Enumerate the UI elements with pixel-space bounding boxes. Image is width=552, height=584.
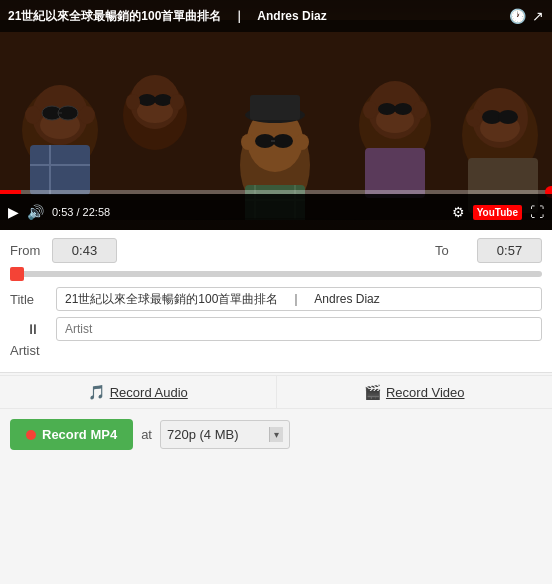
record-mp4-label: Record MP4 bbox=[42, 427, 117, 442]
artist-label-row: Artist bbox=[10, 343, 542, 358]
title-input[interactable] bbox=[56, 287, 542, 311]
record-dot-icon bbox=[26, 430, 36, 440]
settings-button[interactable]: ⚙ bbox=[452, 204, 465, 220]
youtube-badge: YouTube bbox=[473, 205, 522, 220]
svg-point-39 bbox=[363, 101, 377, 119]
svg-point-47 bbox=[466, 109, 482, 127]
record-options-row: 🎵 Record Audio 🎬 Record Video bbox=[0, 375, 552, 409]
artist-row: ⏸ bbox=[10, 317, 542, 341]
video-title-bar: 21世紀以來全球最暢銷的100首單曲排名 ｜ Andres Diaz 🕐 ↗ bbox=[0, 0, 552, 32]
bottom-row: Record MP4 at 720p (4 MB) ▾ bbox=[0, 411, 552, 458]
svg-rect-10 bbox=[30, 145, 90, 195]
current-time: 0:53 bbox=[52, 206, 73, 218]
quality-label: 720p (4 MB) bbox=[167, 427, 239, 442]
svg-point-46 bbox=[498, 110, 518, 124]
from-to-row: From To bbox=[10, 238, 542, 263]
fullscreen-button[interactable]: ⛶ bbox=[530, 204, 544, 220]
slider-row[interactable] bbox=[10, 271, 542, 277]
svg-point-25 bbox=[273, 134, 293, 148]
svg-point-17 bbox=[154, 94, 172, 106]
svg-point-27 bbox=[241, 134, 255, 150]
svg-point-19 bbox=[170, 94, 184, 110]
svg-rect-23 bbox=[250, 95, 300, 120]
artist-input[interactable] bbox=[56, 317, 542, 341]
quality-dropdown[interactable]: 720p (4 MB) ▾ bbox=[160, 420, 290, 449]
pause-icon: ⏸ bbox=[26, 321, 40, 337]
controls-panel: From To Title ⏸ Artist bbox=[0, 230, 552, 373]
video-player: 21世紀以來全球最暢銷的100首單曲排名 ｜ Andres Diaz 🕐 ↗ ▶… bbox=[0, 0, 552, 230]
record-video-label: Record Video bbox=[386, 385, 465, 400]
dropdown-arrow-icon: ▾ bbox=[269, 427, 283, 442]
svg-point-16 bbox=[138, 94, 156, 106]
svg-point-18 bbox=[126, 94, 140, 110]
artist-label: Artist bbox=[10, 343, 56, 358]
svg-point-40 bbox=[413, 101, 427, 119]
svg-point-38 bbox=[394, 103, 412, 115]
volume-button[interactable]: 🔊 bbox=[27, 204, 44, 220]
time-display: 0:53 / 22:58 bbox=[52, 206, 110, 218]
to-input[interactable] bbox=[477, 238, 542, 263]
at-text: at bbox=[141, 427, 152, 442]
slider-track[interactable] bbox=[10, 271, 542, 277]
title-row: Title bbox=[10, 287, 542, 311]
svg-point-37 bbox=[378, 103, 396, 115]
slider-handle[interactable] bbox=[10, 267, 24, 281]
music-note-icon: 🎵 bbox=[88, 384, 105, 400]
video-title: 21世紀以來全球最暢銷的100首單曲排名 ｜ Andres Diaz bbox=[8, 8, 503, 25]
record-audio-label: Record Audio bbox=[110, 385, 188, 400]
pause-area: ⏸ bbox=[10, 321, 56, 337]
video-thumbnail: 21世紀以來全球最暢銷的100首單曲排名 ｜ Andres Diaz 🕐 ↗ ▶… bbox=[0, 0, 552, 230]
video-controls-bar: ▶ 🔊 0:53 / 22:58 ⚙ YouTube ⛶ bbox=[0, 194, 552, 230]
total-time: 22:58 bbox=[83, 206, 111, 218]
title-label: Title bbox=[10, 292, 56, 307]
svg-point-8 bbox=[25, 106, 41, 124]
record-audio-option[interactable]: 🎵 Record Audio bbox=[0, 376, 277, 408]
to-label: To bbox=[435, 243, 471, 258]
play-button[interactable]: ▶ bbox=[8, 204, 19, 220]
svg-point-9 bbox=[79, 106, 95, 124]
share-icon[interactable]: ↗ bbox=[532, 8, 544, 24]
from-input[interactable] bbox=[52, 238, 117, 263]
svg-point-28 bbox=[295, 134, 309, 150]
record-mp4-button[interactable]: Record MP4 bbox=[10, 419, 133, 450]
record-video-option[interactable]: 🎬 Record Video bbox=[277, 376, 553, 408]
clock-icon[interactable]: 🕐 bbox=[509, 8, 526, 24]
from-label: From bbox=[10, 243, 46, 258]
film-icon: 🎬 bbox=[364, 384, 381, 400]
